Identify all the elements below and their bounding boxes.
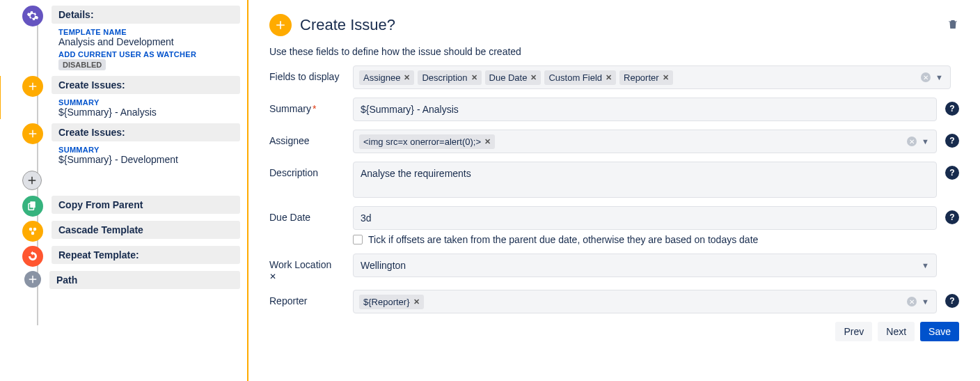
prev-button[interactable]: Prev [835,322,872,341]
repeat-template-header[interactable]: Repeat Template: [52,246,240,264]
help-icon[interactable]: ? [945,294,959,308]
chip-remove-icon[interactable]: ✕ [404,73,410,82]
chevron-down-icon[interactable]: ▼ [922,261,929,270]
help-icon[interactable]: ? [945,166,959,180]
chip-reporter: Reporter [624,72,659,83]
fields-to-display-label: Fields to display [269,65,353,82]
summary-2-label: SUMMARY [58,146,233,154]
chip-duedate: Due Date [489,72,528,83]
add-step-button[interactable] [22,171,42,190]
chip-remove-icon[interactable]: ✕ [471,73,477,82]
summary-input[interactable] [353,98,937,121]
summary-2-value: ${Summary} - Development [58,154,233,165]
svg-rect-0 [30,201,35,208]
summary-1-label: SUMMARY [58,98,233,107]
reporter-input[interactable]: ${Reporter}✕ ✕ ▼ [353,290,937,313]
summary-1-value: ${Summary} - Analysis [58,107,233,118]
cascade-template-header[interactable]: Cascade Template [52,221,240,239]
chevron-down-icon[interactable]: ▼ [922,297,929,306]
clear-all-icon[interactable]: ✕ [907,297,917,306]
repeat-icon[interactable] [22,246,43,267]
chip-remove-icon[interactable]: ✕ [663,73,669,82]
duedate-checkbox-label: Tick if offsets are taken from the paren… [368,234,758,245]
main-panel: Create Issue? Use these fields to define… [248,0,980,381]
chip-remove-icon[interactable]: ✕ [530,73,537,82]
next-button[interactable]: Next [878,322,915,341]
create-issues-1-header[interactable]: Create Issues: [52,76,240,94]
watcher-value: DISABLED [58,59,106,70]
chip-assignee-value: <img src=x onerror=alert(0);> [363,137,481,147]
help-icon[interactable]: ? [945,102,959,116]
subtitle: Use these fields to define how the issue… [269,46,959,57]
chip-reporter-value: ${Reporter} [363,297,410,307]
chip-remove-icon[interactable]: ✕ [606,73,612,82]
chip-description: Description [422,72,467,83]
summary-label: Summary [269,103,311,114]
gear-icon[interactable] [22,6,43,26]
trash-icon[interactable] [947,18,959,33]
plus-icon[interactable] [22,76,43,97]
create-issues-2-header[interactable]: Create Issues: [52,123,240,141]
clear-all-icon[interactable]: ✕ [907,137,917,146]
path-header[interactable]: Path [49,271,240,289]
save-button[interactable]: Save [920,322,959,341]
chip-customfield: Custom Field [548,72,602,83]
copy-from-parent-header[interactable]: Copy From Parent [52,196,240,214]
path-plus-icon[interactable] [24,271,41,288]
duedate-input[interactable] [353,206,937,230]
help-icon[interactable]: ? [945,134,959,148]
fields-to-display-input[interactable]: Assignee✕ Description✕ Due Date✕ Custom … [353,65,951,89]
details-header[interactable]: Details: [52,6,240,24]
required-indicator: * [313,103,316,114]
chevron-down-icon[interactable]: ▼ [922,137,929,146]
clear-all-icon[interactable]: ✕ [921,72,931,82]
reporter-label: Reporter [269,290,353,306]
description-input[interactable]: Analyse the requirements [353,162,937,198]
plus-icon [269,14,292,36]
duedate-offset-checkbox[interactable] [353,235,363,244]
sidebar: Details: TEMPLATE NAMEAnalysis and Devel… [0,0,247,381]
chevron-down-icon[interactable]: ▼ [935,73,943,81]
cascade-icon[interactable] [22,221,43,242]
copy-icon[interactable] [22,196,43,217]
duedate-label: Due Date [269,206,353,223]
template-name-label: TEMPLATE NAME [58,28,233,36]
chip-remove-icon[interactable]: ✕ [413,297,420,306]
template-name-value: Analysis and Development [58,36,233,47]
worklocation-value: Wellington [361,260,406,271]
remove-field-icon[interactable]: ✕ [269,272,353,281]
plus-icon[interactable] [22,123,43,144]
page-title: Create Issue? [300,16,395,34]
worklocation-label: Work Location [269,259,353,270]
assignee-label: Assignee [269,130,353,146]
help-icon[interactable]: ? [945,210,959,224]
watcher-label: ADD CURRENT USER AS WATCHER [58,50,233,59]
description-label: Description [269,162,353,178]
assignee-input[interactable]: <img src=x onerror=alert(0);>✕ ✕ ▼ [353,130,937,153]
worklocation-select[interactable]: Wellington ▼ [353,254,937,277]
chip-assignee: Assignee [363,72,400,83]
chip-remove-icon[interactable]: ✕ [484,137,491,146]
